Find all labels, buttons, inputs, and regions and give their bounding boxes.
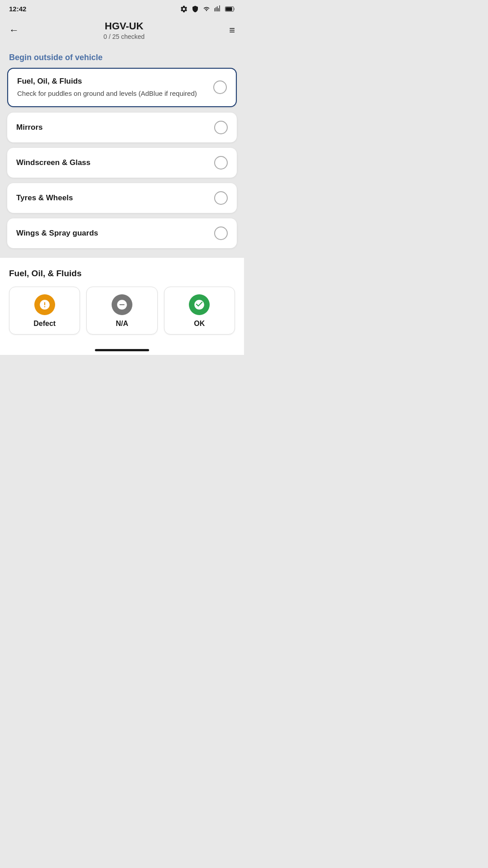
- page-title: HGV-UK: [103, 20, 145, 32]
- ok-icon: [189, 294, 210, 315]
- bottom-panel: Fuel, Oil, & Fluids Defect N/A: [0, 257, 244, 344]
- checklist-item-title: Wings & Spray guards: [16, 229, 208, 238]
- section-header: Begin outside of vehicle: [0, 45, 244, 68]
- radio-circle-fuel[interactable]: [213, 80, 227, 94]
- wifi-icon: [202, 5, 211, 13]
- status-time: 12:42: [9, 5, 26, 13]
- checklist-item-content: Mirrors: [16, 123, 208, 132]
- defect-button[interactable]: Defect: [9, 287, 80, 335]
- na-icon: [112, 294, 132, 315]
- checklist-item-title: Windscreen & Glass: [16, 158, 208, 167]
- ok-button[interactable]: OK: [164, 287, 235, 335]
- nav-center: HGV-UK 0 / 25 checked: [103, 20, 145, 40]
- radio-circle-windscreen[interactable]: [214, 156, 228, 170]
- checklist-item-tyres[interactable]: Tyres & Wheels: [7, 183, 237, 213]
- checklist-item-title: Fuel, Oil, & Fluids: [17, 77, 207, 86]
- settings-icon: [180, 5, 188, 13]
- filter-button[interactable]: ≡: [229, 24, 235, 36]
- back-button[interactable]: ←: [9, 25, 19, 35]
- checklist-item-title: Tyres & Wheels: [16, 193, 208, 203]
- svg-rect-1: [226, 7, 232, 11]
- defect-icon: [34, 294, 55, 315]
- battery-icon: [225, 5, 235, 13]
- progress-subtitle: 0 / 25 checked: [103, 33, 145, 40]
- checklist-item-windscreen[interactable]: Windscreen & Glass: [7, 148, 237, 178]
- na-label: N/A: [116, 320, 128, 328]
- signal-icon: [214, 5, 221, 13]
- home-indicator: [0, 344, 244, 355]
- ok-label: OK: [194, 320, 205, 328]
- checklist-item-content: Tyres & Wheels: [16, 193, 208, 203]
- na-button[interactable]: N/A: [86, 287, 157, 335]
- nav-bar: ← HGV-UK 0 / 25 checked ≡: [0, 16, 244, 45]
- status-icons: [180, 5, 235, 13]
- home-bar: [95, 349, 149, 351]
- checklist-item-content: Windscreen & Glass: [16, 158, 208, 167]
- bottom-panel-title: Fuel, Oil, & Fluids: [9, 269, 235, 278]
- radio-circle-mirrors[interactable]: [214, 121, 228, 134]
- checklist-item-mirrors[interactable]: Mirrors: [7, 113, 237, 142]
- checklist-item-fuel-oil-fluids[interactable]: Fuel, Oil, & Fluids Check for puddles on…: [7, 68, 237, 107]
- radio-circle-tyres[interactable]: [214, 191, 228, 205]
- radio-circle-wings[interactable]: [214, 226, 228, 240]
- status-bar: 12:42: [0, 0, 244, 16]
- checklist-item-content: Fuel, Oil, & Fluids Check for puddles on…: [17, 77, 207, 98]
- checklist-item-content: Wings & Spray guards: [16, 229, 208, 238]
- checklist-item-title: Mirrors: [16, 123, 208, 132]
- checklist: Fuel, Oil, & Fluids Check for puddles on…: [0, 68, 244, 248]
- checklist-item-wings[interactable]: Wings & Spray guards: [7, 218, 237, 248]
- shield-icon: [192, 5, 199, 13]
- checklist-item-desc: Check for puddles on ground and levels (…: [17, 89, 207, 98]
- defect-label: Defect: [33, 320, 56, 328]
- action-buttons: Defect N/A OK: [9, 287, 235, 335]
